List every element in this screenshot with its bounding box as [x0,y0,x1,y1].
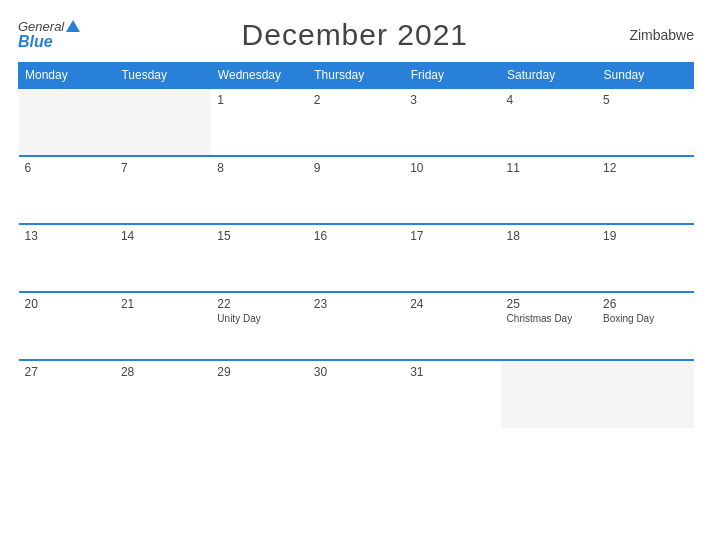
holiday-label: Christmas Day [507,313,591,324]
day-number: 29 [217,365,301,379]
day-number: 16 [314,229,398,243]
col-header-friday: Friday [404,63,500,89]
header: General Blue December 2021 Zimbabwe [18,18,694,52]
calendar-cell: 9 [308,156,404,224]
col-header-thursday: Thursday [308,63,404,89]
day-number: 13 [25,229,109,243]
day-number: 8 [217,161,301,175]
calendar-cell: 7 [115,156,211,224]
day-number: 6 [25,161,109,175]
calendar-cell: 29 [211,360,307,428]
calendar-cell: 31 [404,360,500,428]
calendar-cell: 10 [404,156,500,224]
col-header-tuesday: Tuesday [115,63,211,89]
day-number: 31 [410,365,494,379]
logo-blue-text: Blue [18,34,80,50]
col-header-saturday: Saturday [501,63,597,89]
logo-general-text: General [18,20,80,34]
calendar-cell: 24 [404,292,500,360]
day-number: 23 [314,297,398,311]
logo: General Blue [18,20,80,50]
day-number: 20 [25,297,109,311]
week-row-4: 202122Unity Day232425Christmas Day26Boxi… [19,292,694,360]
calendar-cell: 15 [211,224,307,292]
calendar-cell: 11 [501,156,597,224]
day-number: 19 [603,229,687,243]
day-number: 27 [25,365,109,379]
calendar-cell: 3 [404,88,500,156]
calendar-cell: 22Unity Day [211,292,307,360]
calendar-cell [501,360,597,428]
day-number: 24 [410,297,494,311]
calendar-cell: 18 [501,224,597,292]
week-row-2: 6789101112 [19,156,694,224]
day-number: 25 [507,297,591,311]
col-header-wednesday: Wednesday [211,63,307,89]
day-number: 9 [314,161,398,175]
day-number: 21 [121,297,205,311]
day-number: 14 [121,229,205,243]
col-header-monday: Monday [19,63,115,89]
day-number: 22 [217,297,301,311]
logo-triangle-icon [66,20,80,32]
calendar-cell [115,88,211,156]
calendar-cell: 28 [115,360,211,428]
day-number: 28 [121,365,205,379]
day-number: 11 [507,161,591,175]
calendar-cell: 21 [115,292,211,360]
day-number: 17 [410,229,494,243]
month-title: December 2021 [242,18,468,52]
holiday-label: Unity Day [217,313,301,324]
calendar-cell: 16 [308,224,404,292]
day-number: 26 [603,297,687,311]
calendar-cell: 20 [19,292,115,360]
calendar-cell: 4 [501,88,597,156]
day-number: 2 [314,93,398,107]
calendar-cell: 30 [308,360,404,428]
calendar-cell: 26Boxing Day [597,292,693,360]
calendar-cell: 2 [308,88,404,156]
calendar-cell: 27 [19,360,115,428]
calendar-table: MondayTuesdayWednesdayThursdayFridaySatu… [18,62,694,428]
calendar-cell [19,88,115,156]
day-number: 3 [410,93,494,107]
calendar-cell: 5 [597,88,693,156]
calendar-page: General Blue December 2021 Zimbabwe Mond… [0,0,712,550]
calendar-cell: 19 [597,224,693,292]
calendar-cell: 14 [115,224,211,292]
calendar-cell: 8 [211,156,307,224]
day-number: 10 [410,161,494,175]
calendar-cell: 1 [211,88,307,156]
week-row-5: 2728293031 [19,360,694,428]
day-number: 30 [314,365,398,379]
day-number: 5 [603,93,687,107]
week-row-1: 12345 [19,88,694,156]
calendar-cell: 12 [597,156,693,224]
calendar-cell: 17 [404,224,500,292]
day-number: 4 [507,93,591,107]
day-number: 1 [217,93,301,107]
week-row-3: 13141516171819 [19,224,694,292]
calendar-cell: 23 [308,292,404,360]
calendar-cell: 25Christmas Day [501,292,597,360]
holiday-label: Boxing Day [603,313,687,324]
calendar-header-row: MondayTuesdayWednesdayThursdayFridaySatu… [19,63,694,89]
col-header-sunday: Sunday [597,63,693,89]
calendar-cell: 13 [19,224,115,292]
day-number: 18 [507,229,591,243]
calendar-cell: 6 [19,156,115,224]
day-number: 15 [217,229,301,243]
day-number: 7 [121,161,205,175]
calendar-cell [597,360,693,428]
day-number: 12 [603,161,687,175]
country-label: Zimbabwe [629,27,694,43]
